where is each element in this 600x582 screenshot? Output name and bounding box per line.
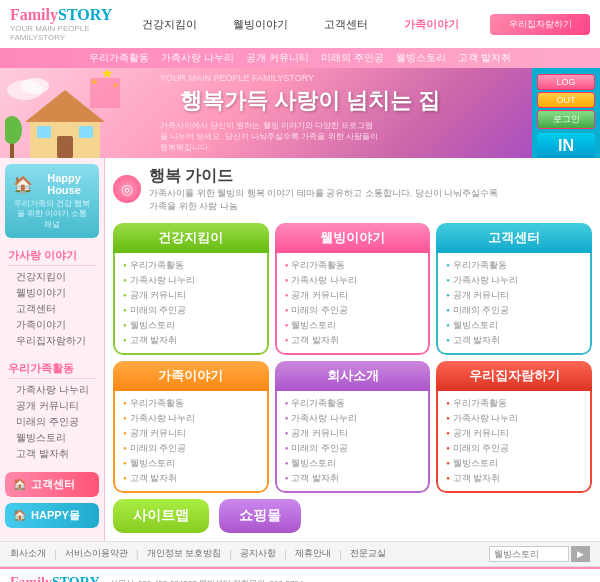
grid-item-c4[interactable]: 미래의 주인공	[446, 303, 582, 318]
grid-item-oh3[interactable]: 공개 커뮤니티	[446, 426, 582, 441]
hero-title: 행복가득 사랑이 넘치는 집	[180, 86, 440, 116]
sidebar-link-family-story[interactable]: 가족이야기	[8, 317, 96, 333]
deco-circle-1	[90, 78, 120, 108]
grid-item-ci1[interactable]: 우리가족활동	[285, 396, 421, 411]
sidebar-link-wellbeing-story[interactable]: 웰빙스토리	[8, 430, 96, 446]
hero-section: ★ ★ ★ YOUR MAIN PEOPLE FAMILYSTORY 행복가득 …	[0, 68, 600, 158]
grid-item-c5[interactable]: 웰빙스토리	[446, 318, 582, 333]
grid-item-f5[interactable]: 웰빙스토리	[123, 456, 259, 471]
grid-item-c3[interactable]: 공개 커뮤니티	[446, 288, 582, 303]
sidebar-section-title-1[interactable]: 가사랑 이야기	[8, 248, 96, 266]
login-button[interactable]: LOG	[537, 74, 595, 90]
grid-item-h5[interactable]: 웰빙스토리	[123, 318, 259, 333]
logo-family: Family	[10, 6, 58, 23]
in-button[interactable]: IN	[537, 133, 595, 158]
grid-btn-customer-label: 고객센터	[436, 223, 592, 253]
grid-btn-family-label: 가족이야기	[113, 361, 269, 391]
nav-item-customer[interactable]: 고객센터	[316, 13, 376, 36]
grid-btn-health[interactable]: 건강지킴이 우리가족활동 가족사랑 나누리 공개 커뮤니티 미래의 주인공 웰빙…	[113, 223, 269, 355]
grid-item-f1[interactable]: 우리가족활동	[123, 396, 259, 411]
shopping-mall-button[interactable]: 쇼핑몰	[219, 499, 301, 533]
grid-btn-family-story[interactable]: 가족이야기 우리가족활동 가족사랑 나누리 공개 커뮤니티 미래의 주인공 웰빙…	[113, 361, 269, 493]
grid-item-f6[interactable]: 고객 발자취	[123, 471, 259, 486]
grid-item-ci6[interactable]: 고객 발자취	[285, 471, 421, 486]
sub-nav-future[interactable]: 미래의 주인공	[321, 51, 384, 65]
customer-center-box[interactable]: 🏠 고객센터	[5, 472, 99, 497]
login-label[interactable]: 로그인	[537, 110, 595, 129]
sub-nav-wellbeing-stories[interactable]: 웰빙스토리	[396, 51, 446, 65]
grid-item-h6[interactable]: 고객 발자취	[123, 333, 259, 348]
hero-desc: 가족사이에서 당신이 원하는 웰빙 이야기와 다양한 프로그램을 나누어 보세요…	[160, 120, 380, 154]
happy-mall-box[interactable]: 🏠 HAPPY몰	[5, 503, 99, 528]
grid-item-h3[interactable]: 공개 커뮤니티	[123, 288, 259, 303]
sidebar-link-wellbeing[interactable]: 웰빙이야기	[8, 285, 96, 301]
sidebar-link-family-love[interactable]: 가족사랑 나누리	[8, 382, 96, 398]
grid-item-c1[interactable]: 우리가족활동	[446, 258, 582, 273]
grid-item-h1[interactable]: 우리가족활동	[123, 258, 259, 273]
sub-nav-family-love[interactable]: 가족사랑 나누리	[161, 51, 234, 65]
footer-search-input[interactable]	[489, 546, 569, 562]
grid-item-h4[interactable]: 미래의 주인공	[123, 303, 259, 318]
grid-item-c2[interactable]: 가족사랑 나누리	[446, 273, 582, 288]
grid-item-w2[interactable]: 가족사랑 나누리	[285, 273, 421, 288]
sub-nav-customer-footprint[interactable]: 고객 발자취	[458, 51, 511, 65]
sidebar-section-activity: 우리가족활동 가족사랑 나누리 공개 커뮤니티 미래의 주인공 웰빙스토리 고객…	[0, 357, 104, 466]
nav-item-family[interactable]: 가족이야기	[396, 13, 467, 36]
grid-btn-company-intro[interactable]: 회사소개 우리가족활동 가족사랑 나누리 공개 커뮤니티 미래의 주인공 웰빙스…	[275, 361, 431, 493]
happy-house-title: Happy House	[37, 172, 91, 196]
grid-btn-health-label: 건강지킴이	[113, 223, 269, 253]
grid-btn-our-home[interactable]: 우리집자람하기 우리가족활동 가족사랑 나누리 공개 커뮤니티 미래의 주인공 …	[436, 361, 592, 493]
grid-item-oh5[interactable]: 웰빙스토리	[446, 456, 582, 471]
sidebar-link-future-owner[interactable]: 미래의 주인공	[8, 414, 96, 430]
sidebar-link-customer-footprint[interactable]: 고객 발자취	[8, 446, 96, 462]
footer-search-button[interactable]: ▶	[571, 546, 590, 562]
grid-btn-customer-service[interactable]: 고객센터 우리가족활동 가족사랑 나누리 공개 커뮤니티 미래의 주인공 웰빙스…	[436, 223, 592, 355]
grid-item-oh2[interactable]: 가족사랑 나누리	[446, 411, 582, 426]
grid-btn-family-body: 우리가족활동 가족사랑 나누리 공개 커뮤니티 미래의 주인공 웰빙스토리 고객…	[113, 391, 269, 493]
footer-address-1: 사무실: 220-452-284567 웰빙센터 전화문의: 800-5784	[110, 578, 444, 582]
grid-item-h2[interactable]: 가족사랑 나누리	[123, 273, 259, 288]
grid-item-w3[interactable]: 공개 커뮤니티	[285, 288, 421, 303]
grid-item-f2[interactable]: 가족사랑 나누리	[123, 411, 259, 426]
grid-item-f3[interactable]: 공개 커뮤니티	[123, 426, 259, 441]
nav-item-health[interactable]: 건강지킴이	[134, 13, 205, 36]
sub-nav-community[interactable]: 공개 커뮤니티	[246, 51, 309, 65]
happy-house-box[interactable]: 🏠 Happy House 우리가족의 건강 행복을 위한 이야기 소통채널	[5, 164, 99, 238]
sitemap-button[interactable]: 사이트맵	[113, 499, 209, 533]
footer-nav-privacy[interactable]: 개인정보 보호방침	[147, 547, 222, 560]
sidebar-link-community[interactable]: 공개 커뮤니티	[8, 398, 96, 414]
sidebar-link-our-home[interactable]: 우리집자람하기	[8, 333, 96, 349]
grid-item-c6[interactable]: 고객 발자취	[446, 333, 582, 348]
grid-item-f4[interactable]: 미래의 주인공	[123, 441, 259, 456]
grid-btn-wellbeing[interactable]: 웰빙이야기 우리가족활동 가족사랑 나누리 공개 커뮤니티 미래의 주인공 웰빙…	[275, 223, 431, 355]
footer-nav-expert[interactable]: 전문교실	[350, 547, 386, 560]
happy-house-subtitle: 우리가족의 건강 행복을 위한 이야기 소통채널	[13, 199, 91, 230]
grid-item-ci2[interactable]: 가족사랑 나누리	[285, 411, 421, 426]
sidebar-link-health[interactable]: 건강지킴이	[8, 269, 96, 285]
sub-nav-activity[interactable]: 우리가족활동	[89, 51, 149, 65]
footer-nav-terms[interactable]: 서비스이용약관	[65, 547, 128, 560]
grid-item-oh1[interactable]: 우리가족활동	[446, 396, 582, 411]
grid-item-w4[interactable]: 미래의 주인공	[285, 303, 421, 318]
sidebar-section-title-2[interactable]: 우리가족활동	[8, 361, 96, 379]
grid-item-ci3[interactable]: 공개 커뮤니티	[285, 426, 421, 441]
grid-item-w6[interactable]: 고객 발자취	[285, 333, 421, 348]
grid-btn-wellbeing-body: 우리가족활동 가족사랑 나누리 공개 커뮤니티 미래의 주인공 웰빙스토리 고객…	[275, 253, 431, 355]
grid-item-oh6[interactable]: 고객 발자취	[446, 471, 582, 486]
grid-item-w5[interactable]: 웰빙스토리	[285, 318, 421, 333]
grid-item-ci4[interactable]: 미래의 주인공	[285, 441, 421, 456]
footer-nav-partnership[interactable]: 제휴안내	[295, 547, 331, 560]
grid-item-ci5[interactable]: 웰빙스토리	[285, 456, 421, 471]
grid-item-w1[interactable]: 우리가족활동	[285, 258, 421, 273]
logo: FamilySTORY YOUR MAIN PEOPLE FAMILYSTORY	[10, 6, 110, 42]
footer-nav-notice[interactable]: 공지사항	[240, 547, 276, 560]
logout-button[interactable]: OUT	[537, 92, 595, 108]
hero-right-badge: 우리집자람하기	[490, 14, 590, 35]
footer-nav-company[interactable]: 회사소개	[10, 547, 46, 560]
nav-item-wellbeing[interactable]: 웰빙이야기	[225, 13, 296, 36]
hero-right-text: 우리집자람하기	[498, 18, 582, 31]
footer: FamilySTORY 사무실: 220-452-284567 웰빙센터 전화문…	[0, 567, 600, 582]
logo-text[interactable]: FamilySTORY	[10, 6, 110, 24]
grid-item-oh4[interactable]: 미래의 주인공	[446, 441, 582, 456]
sidebar-link-customer[interactable]: 고객센터	[8, 301, 96, 317]
